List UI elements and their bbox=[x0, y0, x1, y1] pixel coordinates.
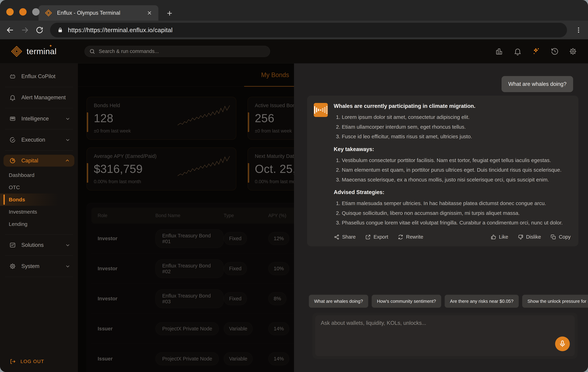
thumbs-up-icon bbox=[491, 234, 496, 240]
suggestion-chip[interactable]: Show the unlock pressure for next week. bbox=[522, 295, 588, 308]
command-search[interactable] bbox=[84, 46, 270, 57]
col-role: Role bbox=[98, 213, 155, 218]
history-icon[interactable] bbox=[551, 47, 559, 56]
cell-type: Fixed bbox=[224, 292, 247, 305]
stat-card-next-maturity: Next Maturity Date Oct. 25, 2025 0.00% f… bbox=[248, 148, 294, 190]
accent-bar bbox=[87, 163, 88, 183]
back-icon[interactable] bbox=[6, 26, 14, 34]
forward-icon[interactable] bbox=[21, 26, 29, 34]
suggestion-chip[interactable]: What are whales doing? bbox=[309, 295, 368, 308]
cell-type: Variable bbox=[224, 352, 253, 365]
stat-card-active-issued: Active Issued Bonds 256 ±0 from last wee… bbox=[248, 97, 294, 140]
divider bbox=[5, 234, 73, 235]
divider bbox=[5, 87, 73, 87]
search-input[interactable] bbox=[99, 49, 265, 54]
new-tab-button[interactable] bbox=[166, 10, 173, 17]
accent-bar bbox=[87, 112, 88, 132]
cell-bond-name: ProjectX Private Node bbox=[155, 352, 219, 365]
chat-input-field[interactable] bbox=[315, 315, 575, 356]
divider bbox=[5, 150, 73, 151]
window-zoom-button[interactable] bbox=[32, 8, 40, 16]
sidebar-item-label: Intelligence bbox=[21, 116, 49, 122]
cell-type: Fixed bbox=[224, 262, 247, 275]
lock-icon bbox=[57, 27, 63, 33]
suggestion-chip[interactable]: Are there any risks near $0.05? bbox=[445, 295, 519, 308]
list-item: Etiam ullamcorper interdum sem, eget rho… bbox=[342, 124, 571, 130]
enflux-logo-icon bbox=[11, 46, 22, 57]
cell-bond-name: Enflux Treasury Bond #01 bbox=[155, 229, 224, 248]
suggestion-chip[interactable]: How's community sentiment? bbox=[372, 295, 441, 308]
table-row[interactable]: Investor Enflux Treasury Bond #01 Fixed … bbox=[91, 223, 294, 253]
charts-icon[interactable] bbox=[495, 47, 504, 56]
sidebar-subitem-otc[interactable]: OTC bbox=[0, 181, 78, 193]
sidebar-item-label: Solutions bbox=[21, 242, 44, 248]
sidebar: Enflux CoPilot Alert Management Intellig… bbox=[0, 63, 78, 372]
settings-gear-icon[interactable] bbox=[569, 47, 577, 56]
window-minimize-button[interactable] bbox=[19, 8, 27, 16]
copy-button[interactable]: Copy bbox=[550, 234, 571, 240]
copilot-chat-panel: What are whales doing? Whales are curren… bbox=[294, 63, 588, 372]
brand[interactable]: terminal✦ bbox=[11, 46, 56, 57]
robot-icon bbox=[9, 73, 16, 80]
logout-label: LOG OUT bbox=[21, 359, 44, 364]
logout-button[interactable]: LOG OUT bbox=[0, 358, 78, 365]
notifications-bell-icon[interactable] bbox=[514, 47, 522, 56]
chat-composer bbox=[312, 312, 578, 359]
stat-value: Oct. 25, 2025 bbox=[255, 162, 294, 176]
strategies-list: Etiam malesuada semper ultricies. In hac… bbox=[342, 200, 571, 226]
tab-my-bonds[interactable]: My Bonds bbox=[261, 71, 289, 79]
table-row[interactable]: Investor Enflux Treasury Bond #03 Fixed … bbox=[91, 283, 294, 314]
list-item: Phasellus congue lorem vitae elit volutp… bbox=[342, 219, 571, 226]
share-button[interactable]: Share bbox=[334, 234, 356, 240]
kebab-menu-icon[interactable] bbox=[575, 27, 582, 34]
url-bar[interactable]: https://https://terminal.enflux.io/capit… bbox=[50, 23, 567, 37]
sidebar-item-system[interactable]: System bbox=[0, 260, 78, 272]
sidebar-subitem-dashboard[interactable]: Dashboard bbox=[0, 169, 78, 181]
list-item: Maecenas scelerisque, ex a rhoncus molli… bbox=[342, 176, 571, 183]
sparkline-chart bbox=[178, 155, 230, 181]
reload-icon[interactable] bbox=[35, 26, 44, 34]
table-row[interactable]: Issuer ProjectX Private Node Variable 14… bbox=[91, 314, 294, 344]
copy-icon bbox=[550, 234, 556, 240]
sparkline-chart bbox=[178, 104, 230, 130]
sidebar-item-capital[interactable]: Capital bbox=[3, 155, 74, 167]
browser-window: Enflux - Olympus Terminal https://https:… bbox=[0, 0, 588, 372]
browser-tab[interactable]: Enflux - Olympus Terminal bbox=[39, 5, 158, 21]
chevron-down-icon bbox=[65, 116, 71, 121]
tab-close-icon[interactable] bbox=[147, 10, 152, 16]
cell-role: Investor bbox=[98, 296, 155, 302]
sidebar-item-solutions[interactable]: Solutions bbox=[0, 239, 78, 251]
ai-sparkle-icon[interactable] bbox=[532, 47, 541, 56]
stat-value: 256 bbox=[255, 111, 294, 125]
chat-input[interactable] bbox=[321, 320, 554, 352]
strategies-heading: Advised Strategies: bbox=[334, 189, 571, 195]
sidebar-subitem-investments[interactable]: Investments bbox=[0, 206, 78, 218]
like-button[interactable]: Like bbox=[491, 234, 508, 240]
cell-role: Investor bbox=[98, 266, 155, 271]
browser-tabstrip: Enflux - Olympus Terminal bbox=[0, 0, 588, 21]
sidebar-item-label: System bbox=[21, 263, 39, 269]
table-row[interactable]: Issuer ProjectX Private Node Variable 14… bbox=[91, 344, 294, 372]
window-close-button[interactable] bbox=[6, 8, 14, 16]
cell-role: Issuer bbox=[98, 356, 155, 362]
list-item: Nam elementum est quam, in porttitor pur… bbox=[342, 167, 571, 173]
sidebar-subitem-lending[interactable]: Lending bbox=[0, 218, 78, 230]
sidebar-item-alerts[interactable]: Alert Management bbox=[0, 91, 78, 104]
table-row[interactable]: Investor Enflux Treasury Bond #02 Fixed … bbox=[91, 253, 294, 283]
list-item: Quisque sollicitudin, libero non accumsa… bbox=[342, 210, 571, 216]
export-button[interactable]: Export bbox=[365, 234, 388, 240]
sidebar-item-label: Capital bbox=[21, 158, 38, 164]
rewrite-button[interactable]: Rewrite bbox=[398, 234, 423, 240]
assistant-message-card: Whales are currently participating in cl… bbox=[307, 96, 578, 246]
app-header: terminal✦ bbox=[0, 39, 588, 63]
sidebar-item-copilot[interactable]: Enflux CoPilot bbox=[0, 70, 78, 83]
cell-apy: 14% bbox=[268, 322, 289, 335]
sidebar-item-intelligence[interactable]: Intelligence bbox=[0, 112, 78, 125]
divider bbox=[5, 277, 73, 277]
sidebar-item-execution[interactable]: Execution bbox=[0, 134, 78, 146]
sidebar-item-label: Execution bbox=[21, 137, 45, 143]
mic-button[interactable] bbox=[555, 337, 570, 351]
dislike-button[interactable]: Dislike bbox=[518, 234, 541, 240]
sidebar-subitem-bonds[interactable]: Bonds bbox=[0, 193, 78, 206]
user-message-bubble: What are whales doing? bbox=[502, 76, 573, 92]
